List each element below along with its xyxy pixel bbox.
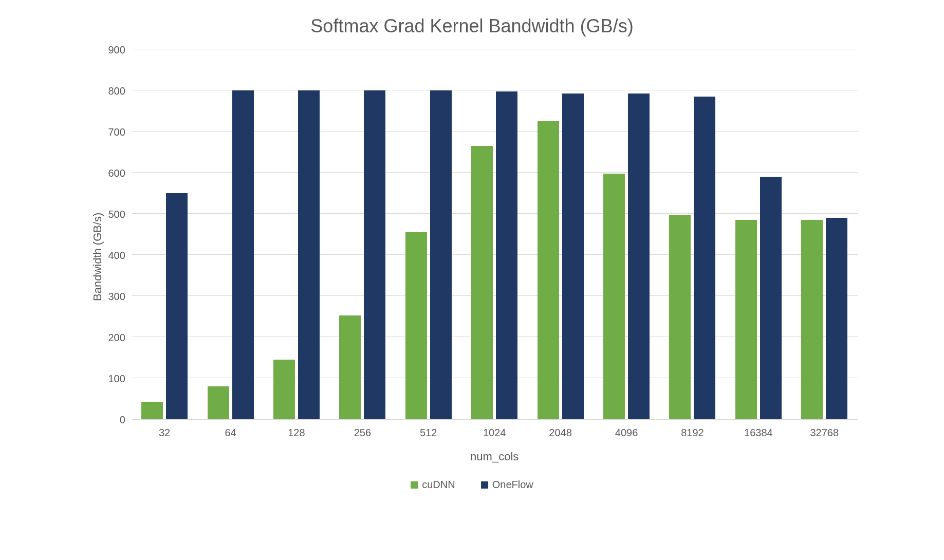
bar-oneflow bbox=[298, 90, 320, 419]
bar-oneflow bbox=[694, 97, 715, 419]
plot-wrap: 326412825651210242048409681921638432768 … bbox=[132, 50, 858, 463]
bar-oneflow bbox=[628, 94, 650, 419]
bar-oneflow bbox=[232, 90, 254, 419]
bar-cudnn bbox=[405, 232, 427, 419]
x-axis-label: num_cols bbox=[132, 450, 858, 463]
legend-item-oneflow: OneFlow bbox=[481, 479, 533, 491]
bar-group bbox=[132, 50, 197, 419]
chart-title: Softmax Grad Kernel Bandwidth (GB/s) bbox=[87, 15, 858, 37]
y-axis: 9008007006005004003002001000 bbox=[108, 50, 132, 420]
bar-cudnn bbox=[273, 360, 295, 419]
bar-group bbox=[659, 50, 725, 419]
bar-group bbox=[791, 50, 857, 419]
bar-oneflow bbox=[760, 177, 782, 419]
bar-cudnn bbox=[603, 174, 625, 419]
bar-cudnn bbox=[669, 215, 691, 419]
x-tick: 32 bbox=[132, 427, 197, 439]
x-tick: 8192 bbox=[659, 427, 725, 439]
bar-cudnn bbox=[538, 121, 559, 419]
legend-item-cudnn: cuDNN bbox=[411, 479, 455, 491]
bar-group bbox=[461, 50, 527, 419]
bar-group bbox=[264, 50, 329, 419]
bar-group bbox=[329, 50, 395, 419]
bar-oneflow bbox=[826, 218, 847, 419]
bar-oneflow bbox=[166, 193, 188, 419]
grid-line bbox=[132, 49, 858, 49]
bar-group bbox=[594, 50, 659, 419]
x-tick: 256 bbox=[329, 427, 395, 439]
bars-row bbox=[132, 50, 858, 419]
bar-group bbox=[726, 50, 791, 419]
x-tick: 128 bbox=[264, 427, 329, 439]
bar-group bbox=[396, 50, 461, 419]
x-tick: 32768 bbox=[791, 427, 857, 439]
legend-label: cuDNN bbox=[422, 479, 455, 491]
x-axis: 326412825651210242048409681921638432768 bbox=[132, 427, 858, 439]
legend-swatch bbox=[411, 481, 418, 489]
bar-cudnn bbox=[735, 220, 757, 419]
x-tick: 4096 bbox=[594, 427, 659, 439]
x-tick: 512 bbox=[396, 427, 461, 439]
legend-swatch bbox=[481, 481, 488, 489]
y-axis-label: Bandwidth (GB/s) bbox=[87, 50, 108, 463]
plot-area bbox=[132, 50, 858, 420]
bar-oneflow bbox=[430, 90, 452, 419]
x-tick: 64 bbox=[197, 427, 263, 439]
bar-cudnn bbox=[801, 220, 823, 419]
chart-container: Softmax Grad Kernel Bandwidth (GB/s) Ban… bbox=[87, 10, 858, 491]
bar-oneflow bbox=[496, 91, 517, 419]
bar-group bbox=[527, 50, 593, 419]
bar-cudnn bbox=[208, 386, 229, 419]
x-tick: 16384 bbox=[726, 427, 791, 439]
bar-oneflow bbox=[562, 94, 584, 419]
bar-cudnn bbox=[339, 315, 361, 419]
bar-oneflow bbox=[364, 90, 385, 419]
bar-group bbox=[197, 50, 263, 419]
chart-body: Bandwidth (GB/s) 90080070060050040030020… bbox=[87, 50, 858, 463]
legend-label: OneFlow bbox=[492, 479, 533, 491]
x-tick: 2048 bbox=[527, 427, 593, 439]
bar-cudnn bbox=[471, 146, 493, 419]
bar-cudnn bbox=[141, 402, 163, 419]
x-tick: 1024 bbox=[461, 427, 527, 439]
legend: cuDNNOneFlow bbox=[87, 479, 858, 491]
